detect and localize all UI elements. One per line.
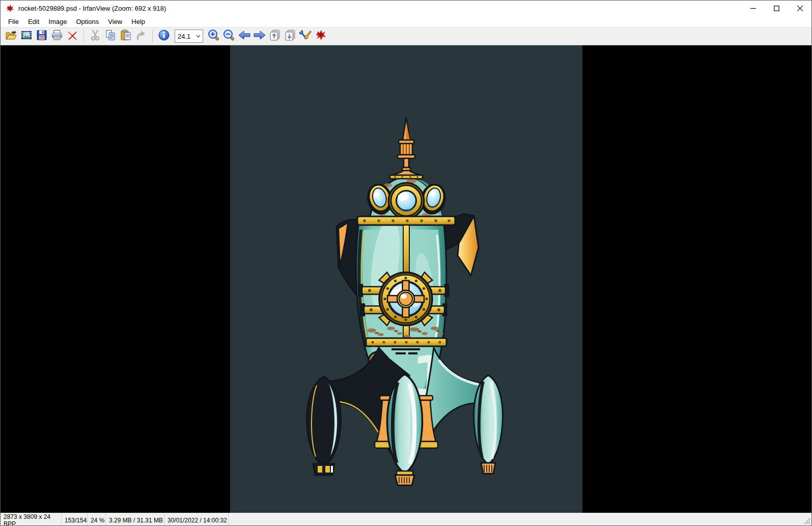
menu-view[interactable]: View (103, 17, 127, 26)
status-memory: 3.29 MB / 31.31 MB (106, 513, 164, 526)
undo-icon (135, 29, 147, 43)
zoom-in-button[interactable] (207, 29, 221, 43)
copy-icon (104, 29, 117, 43)
paste-button[interactable] (119, 29, 133, 43)
cut-icon (89, 29, 101, 43)
irfanview-devil-icon (6, 4, 14, 13)
delete-button[interactable] (65, 29, 79, 43)
irfanview-mascot-button[interactable] (314, 29, 328, 43)
undo-button[interactable] (134, 29, 148, 43)
toolbar: 24.1 (1, 27, 811, 45)
menu-file[interactable]: File (4, 17, 23, 26)
resize-grip-icon[interactable] (804, 518, 810, 526)
zoom-combobox[interactable]: 24.1 (175, 30, 203, 43)
window-controls (741, 1, 811, 16)
tools-icon (299, 29, 312, 43)
title-bar: rocket-5029889.psd - IrfanView (Zoom: 69… (1, 1, 811, 16)
previous-image-button[interactable] (237, 29, 251, 43)
zoom-out-icon (223, 29, 235, 43)
info-button[interactable] (157, 29, 171, 43)
info-icon (158, 29, 170, 43)
irfanview-mascot-icon (315, 29, 327, 43)
print-icon (51, 29, 63, 43)
page-up-button[interactable] (268, 29, 282, 43)
irfanview-window: rocket-5029889.psd - IrfanView (Zoom: 69… (0, 0, 812, 526)
zoom-value: 24.1 (175, 33, 196, 40)
maximize-button[interactable] (765, 1, 788, 16)
paste-icon (120, 29, 132, 43)
status-bar: 2873 x 3809 x 24 BPP 153/154 24 % 3.29 M… (1, 513, 811, 526)
image-canvas[interactable]: 1 (230, 45, 582, 513)
chevron-down-icon (196, 35, 201, 38)
menu-bar: File Edit Image Options View Help (1, 16, 811, 27)
cut-button[interactable] (88, 29, 102, 43)
arrow-left-icon (238, 29, 251, 43)
arrow-right-icon (253, 29, 266, 43)
menu-image[interactable]: Image (44, 17, 71, 26)
thumbnails-icon (20, 29, 33, 43)
status-dimensions: 2873 x 3809 x 24 BPP (1, 513, 62, 526)
tools-button[interactable] (298, 29, 313, 43)
image-viewer-area: 1 (1, 45, 811, 513)
print-button[interactable] (50, 29, 64, 43)
open-button[interactable] (4, 29, 18, 43)
copy-button[interactable] (103, 29, 118, 43)
zoom-in-icon (208, 29, 220, 43)
thumbnails-button[interactable] (19, 29, 34, 43)
status-zoom: 24 % (88, 513, 106, 526)
save-button[interactable] (35, 29, 49, 43)
minimize-button[interactable] (741, 1, 765, 16)
status-filler (229, 513, 811, 526)
menu-edit[interactable]: Edit (23, 17, 44, 26)
delete-icon (66, 29, 78, 43)
status-file-index: 153/154 (62, 513, 88, 526)
rocket-illustration: 1 (230, 45, 582, 513)
status-timestamp: 30/01/2022 / 14:00:32 (164, 513, 229, 526)
page-down-button[interactable] (283, 29, 297, 43)
menu-options[interactable]: Options (72, 17, 104, 26)
save-icon (36, 29, 48, 43)
page-up-icon (269, 29, 281, 43)
window-title: rocket-5029889.psd - IrfanView (Zoom: 69… (18, 5, 166, 12)
toolbar-separator (152, 30, 153, 43)
zoom-out-button[interactable] (222, 29, 236, 43)
next-image-button[interactable] (253, 29, 267, 43)
toolbar-separator (83, 30, 84, 43)
open-icon (5, 29, 17, 43)
close-button[interactable] (788, 1, 811, 16)
page-down-icon (284, 29, 296, 43)
menu-help[interactable]: Help (127, 17, 150, 26)
